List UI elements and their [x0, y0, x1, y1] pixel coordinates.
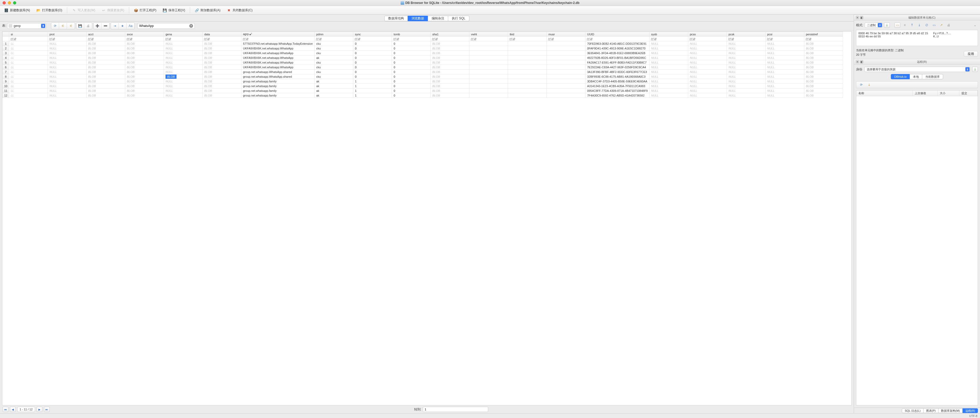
cell-pcsi[interactable]: NULL [765, 84, 804, 88]
cell-pcsk[interactable]: NULL [727, 70, 765, 74]
attach-database-button[interactable]: 🔗附加数据库(A) [192, 7, 223, 13]
col-modified[interactable]: 上次修改 [913, 91, 938, 96]
cell-agrp[interactable]: group.net.whatsapp.family [241, 93, 315, 98]
tab-browse-data[interactable]: 浏览数据 [408, 16, 428, 21]
clear-search-icon[interactable]: ✕ [189, 24, 193, 28]
first-page-button[interactable]: ⏮ [3, 407, 8, 412]
cell-gena[interactable]: NULL [164, 70, 203, 74]
cell-pdmn[interactable]: ak [315, 84, 353, 88]
cell-sysb[interactable]: NULL [649, 41, 688, 46]
cell-agrp[interactable]: UKFA9XBX6K.net.whatsapp.WhatsApp [241, 65, 315, 70]
cell-pcss[interactable]: NULL [688, 93, 727, 98]
cell-pdmn[interactable]: cku [315, 51, 353, 56]
cell-musr[interactable] [547, 84, 585, 88]
cell-tomb[interactable]: 0 [392, 41, 431, 46]
column-header[interactable]: prot [48, 32, 86, 37]
cell-tkid[interactable] [508, 46, 547, 51]
cell-sysb[interactable]: NULL [649, 84, 688, 88]
cell-tomb[interactable]: 0 [392, 56, 431, 60]
cell-musr[interactable] [547, 70, 585, 74]
cell-sha1[interactable]: BLOB [431, 74, 469, 79]
zoom-window-button[interactable] [13, 1, 16, 5]
cell-prot[interactable]: NULL [48, 70, 86, 74]
cell-si[interactable]: LL [9, 70, 48, 74]
column-header[interactable]: pcss [688, 32, 727, 37]
cell-uuid[interactable]: 32BF893E-6C88-4175-AB81-4A19E668A0C3 [585, 74, 649, 79]
cell-prot[interactable]: NULL [48, 51, 86, 56]
column-header[interactable]: gena [164, 32, 203, 37]
cell-data[interactable]: BLOB [203, 51, 241, 56]
cell-pcss[interactable]: NULL [688, 74, 727, 79]
column-filter-input[interactable] [509, 37, 546, 41]
cell-sync[interactable]: 0 [353, 51, 392, 56]
table-row[interactable]: 7LLNULLBLOBBLOBNULLBLOBgroup.net.whatsap… [3, 70, 843, 74]
cell-pcsk[interactable]: NULL [727, 88, 765, 93]
row-number[interactable]: 11 [3, 88, 9, 93]
cell-svce[interactable]: BLOB [125, 88, 164, 93]
cell-tomb[interactable]: 0 [392, 93, 431, 98]
cell-musr[interactable] [547, 51, 585, 56]
cell-pcsk[interactable]: NULL [727, 56, 765, 60]
cell-sysb[interactable]: NULL [649, 88, 688, 93]
cell-sysb[interactable]: NULL [649, 70, 688, 74]
cell-pdmn[interactable]: cku [315, 41, 353, 46]
row-number[interactable]: 1 [3, 41, 9, 46]
cell-agrp[interactable]: group.net.whatsapp.family [241, 84, 315, 88]
cell-pcsi[interactable]: NULL [765, 46, 804, 51]
cell-persist[interactable]: BLOB [804, 46, 843, 51]
cell-agrp[interactable]: UKFA9XBX6K.net.whatsapp.WhatsApp [241, 56, 315, 60]
cell-pcss[interactable]: NULL [688, 84, 727, 88]
cell-persist[interactable]: BLOB [804, 65, 843, 70]
cell-sysb[interactable]: NULL [649, 93, 688, 98]
cell-tkid[interactable] [508, 88, 547, 93]
cell-pcss[interactable]: NULL [688, 41, 727, 46]
row-number[interactable]: 9 [3, 79, 9, 84]
cell-acct[interactable]: BLOB [86, 60, 125, 65]
cell-pcss[interactable]: NULL [688, 79, 727, 84]
cell-gena[interactable]: NULL [164, 51, 203, 56]
cell-svce[interactable]: BLOB [125, 51, 164, 56]
cell-prot[interactable]: NULL [48, 56, 86, 60]
cell-acct[interactable]: BLOB [86, 93, 125, 98]
cell-tkid[interactable] [508, 41, 547, 46]
cell-tkid[interactable] [508, 60, 547, 65]
cell-persist[interactable]: BLOB [804, 41, 843, 46]
cell-persist[interactable]: BLOB [804, 84, 843, 88]
print-cell-button[interactable]: 🖨 [946, 22, 951, 28]
cell-prot[interactable]: NULL [48, 79, 86, 84]
cell-musr[interactable] [547, 79, 585, 84]
cell-musr[interactable] [547, 93, 585, 98]
cell-uuid[interactable]: 7E2922AE-C83A-4427-963F-0256FD9C6CA4 [585, 65, 649, 70]
row-number[interactable]: 10 [3, 84, 9, 88]
print-button[interactable]: 🖨 [84, 23, 92, 29]
bookmark-button[interactable]: ★ [119, 23, 127, 29]
mode-select[interactable]: 二进制 ▲▼ [865, 22, 883, 28]
cell-tkid[interactable] [508, 79, 547, 84]
hex-view[interactable]: 0000 46 79 be 3e 59 66 a7 38 b2 a7 95 3f… [856, 30, 978, 46]
cell-pdmn[interactable]: ak [315, 88, 353, 93]
cell-pcsi[interactable]: NULL [765, 88, 804, 93]
cell-vwht[interactable] [469, 56, 508, 60]
table-row[interactable]: 4LLNULLBLOBBLOBNULLBLOBUKFA9XBX6K.net.wh… [3, 56, 843, 60]
open-project-button[interactable]: 📦打开工程(P) [131, 7, 159, 13]
cell-vwht[interactable] [469, 79, 508, 84]
data-table-wrap[interactable]: siprotacctsvcegenadataagrp ▴¹pdmnsynctom… [2, 31, 852, 405]
column-header[interactable]: musr [547, 32, 585, 37]
cell-sync[interactable]: 1 [353, 93, 392, 98]
cell-sync[interactable]: 0 [353, 70, 392, 74]
cell-uuid[interactable]: FA28AC17-E591-4EFF-B0B3-FAD11F30B8C7 [585, 60, 649, 65]
table-row[interactable]: 6LLNULLBLOBBLOBNULLBLOBUKFA9XBX6K.net.wh… [3, 65, 843, 70]
import-button[interactable]: ⤓ [884, 22, 890, 28]
cell-pcss[interactable]: NULL [688, 60, 727, 65]
cell-tkid[interactable] [508, 74, 547, 79]
cell-si[interactable]: LL [9, 46, 48, 51]
column-filter-input[interactable] [470, 37, 507, 41]
column-header[interactable]: pcsk [727, 32, 765, 37]
cell-svce[interactable]: BLOB [125, 65, 164, 70]
column-filter-input[interactable] [10, 37, 46, 41]
export-json-button[interactable]: ⤓ [916, 22, 922, 28]
column-filter-input[interactable] [728, 37, 764, 41]
next-page-button[interactable]: ▶ [37, 407, 42, 412]
remote-download-button[interactable]: ⤓ [972, 67, 978, 72]
column-header[interactable]: si [9, 32, 48, 37]
